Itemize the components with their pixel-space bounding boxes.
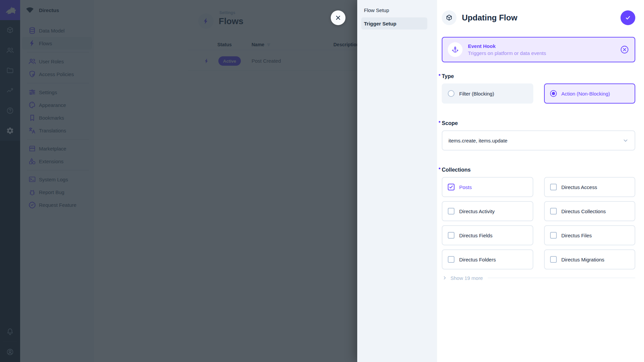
cube-icon <box>445 14 453 21</box>
drawer-close-button[interactable] <box>331 10 345 25</box>
radio-unselected-icon[interactable] <box>448 90 454 97</box>
directus-app: Directus Data Model Flows <box>0 0 644 362</box>
collection-option-directus-access[interactable]: Directus Access <box>544 177 636 197</box>
type-field-label: Type <box>442 73 635 79</box>
type-option-filter[interactable]: Filter (Blocking) <box>442 83 533 104</box>
drawer-header: Updating Flow <box>442 10 635 25</box>
drawer-content: Updating Flow Event Hook Triggers on pla… <box>437 0 644 362</box>
checkbox-checked-icon[interactable] <box>448 184 454 190</box>
checkbox-icon[interactable] <box>550 256 557 263</box>
chevron-right-icon[interactable] <box>442 275 448 281</box>
type-options: Filter (Blocking) Action (Non-Blocking) <box>442 83 635 104</box>
required-dot <box>439 74 440 76</box>
collections-field-label: Collections <box>442 167 635 173</box>
drawer-title: Updating Flow <box>462 13 621 22</box>
save-button[interactable] <box>621 10 635 25</box>
chevron-down-icon <box>622 137 629 144</box>
drawer-nav-trigger-setup[interactable]: Trigger Setup <box>361 17 427 29</box>
scope-select-value: items.create, items.update <box>448 138 622 143</box>
collections-grid: Posts Directus Access Directus Activity … <box>442 177 635 269</box>
collection-option-posts[interactable]: Posts <box>442 177 533 197</box>
anchor-icon <box>451 46 459 53</box>
remove-trigger-button[interactable] <box>620 45 629 54</box>
show-more-button[interactable]: Show 19 more <box>450 275 483 281</box>
trigger-card-subtitle: Triggers on platform or data events <box>468 50 620 56</box>
checkbox-icon[interactable] <box>550 208 557 215</box>
collection-option-directus-activity[interactable]: Directus Activity <box>442 201 533 221</box>
checkbox-icon[interactable] <box>448 232 454 239</box>
anchor-icon-circle <box>448 42 463 57</box>
drawer-nav: Flow Setup Trigger Setup <box>357 0 437 362</box>
trigger-type-card[interactable]: Event Hook Triggers on platform or data … <box>442 37 635 62</box>
drawer-nav-flow-setup[interactable]: Flow Setup <box>361 4 427 16</box>
drawer-title-icon-circle <box>442 10 457 25</box>
collection-option-directus-folders[interactable]: Directus Folders <box>442 249 533 269</box>
required-dot <box>439 168 440 169</box>
close-icon <box>335 14 341 21</box>
flow-drawer: Flow Setup Trigger Setup Updating Flow <box>357 0 644 362</box>
show-more-divider <box>488 278 635 278</box>
collection-option-directus-files[interactable]: Directus Files <box>544 225 636 245</box>
checkbox-icon[interactable] <box>550 232 557 239</box>
scope-field-label: Scope <box>442 120 635 126</box>
collection-option-directus-fields[interactable]: Directus Fields <box>442 225 533 245</box>
checkbox-icon[interactable] <box>550 184 557 190</box>
collection-option-directus-migrations[interactable]: Directus Migrations <box>544 249 636 269</box>
checkbox-icon[interactable] <box>448 256 454 263</box>
cancel-circle-icon <box>620 45 629 54</box>
trigger-card-texts: Event Hook Triggers on platform or data … <box>468 43 620 56</box>
required-dot <box>439 121 440 123</box>
check-icon <box>624 14 632 21</box>
collection-option-directus-collections[interactable]: Directus Collections <box>544 201 636 221</box>
type-option-action[interactable]: Action (Non-Blocking) <box>544 83 636 104</box>
checkbox-icon[interactable] <box>448 208 454 215</box>
radio-selected-icon[interactable] <box>550 90 557 97</box>
scope-select[interactable]: items.create, items.update <box>442 130 635 150</box>
show-more-row: Show 19 more <box>442 274 635 282</box>
trigger-card-title: Event Hook <box>468 43 620 49</box>
